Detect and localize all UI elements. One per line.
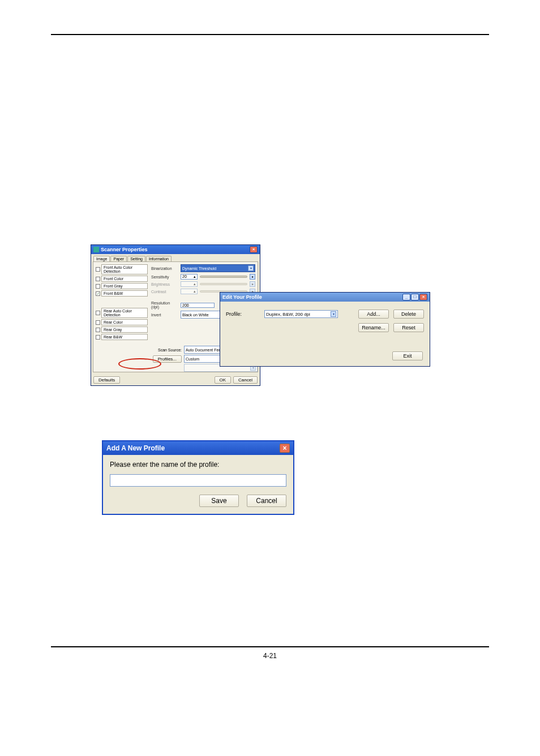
content: Scanner Properties × Image Paper Setting…: [51, 35, 489, 646]
sel-front-auto[interactable]: Front Auto Color Detection: [96, 264, 148, 274]
tab-setting[interactable]: Setting: [127, 256, 145, 261]
figure-scanner-and-edit: Scanner Properties × Image Paper Setting…: [91, 244, 430, 392]
slider-max-icon: ▸: [250, 281, 255, 287]
cancel-button[interactable]: Cancel: [247, 495, 286, 507]
brightness-label: Brightness: [151, 282, 178, 286]
scanner-title: Scanner Properties: [101, 247, 148, 252]
rename-button[interactable]: Rename...: [358, 323, 389, 332]
delete-button[interactable]: Delete: [393, 310, 424, 319]
brightness-spinner: ▴: [181, 281, 198, 287]
maximize-icon[interactable]: □: [411, 294, 419, 300]
profile-label: Profile:: [226, 311, 260, 317]
contrast-spinner: ▴: [181, 289, 198, 294]
minimize-icon[interactable]: _: [402, 294, 410, 300]
dialog-buttons: Defaults OK Cancel: [93, 376, 258, 384]
sensitivity-slider[interactable]: [200, 276, 247, 278]
add-profile-window: Add A New Profile × Please enter the nam…: [102, 440, 294, 515]
sel-rear-gray[interactable]: Rear Gray: [96, 327, 148, 333]
reset-button[interactable]: Reset: [393, 323, 424, 332]
tab-paper[interactable]: Paper: [110, 256, 127, 261]
sel-front-gray[interactable]: Front Gray: [96, 283, 148, 289]
close-icon[interactable]: ×: [250, 246, 258, 253]
add-body: Please enter the name of the profile: Sa…: [103, 455, 293, 514]
add-button[interactable]: Add...: [358, 310, 389, 319]
tab-information[interactable]: Information: [146, 256, 172, 261]
sel-rear-bw[interactable]: Rear B&W: [96, 334, 148, 340]
profile-name-input[interactable]: [110, 474, 286, 487]
binarization-label: Binarization: [151, 267, 178, 270]
save-button[interactable]: Save: [199, 495, 239, 507]
profile-dropdown[interactable]: Duplex, B&W, 200 dpi▾: [264, 310, 338, 318]
page-number: 4-21: [51, 652, 489, 660]
add-titlebar: Add A New Profile ×: [103, 441, 293, 455]
slider-max-icon[interactable]: ▸: [250, 274, 255, 280]
sel-rear-auto[interactable]: Rear Auto Color Detection: [96, 308, 148, 318]
app-icon: [93, 247, 99, 252]
close-icon[interactable]: ×: [419, 294, 427, 300]
edit-body: Profile: Duplex, B&W, 200 dpi▾ Add... De…: [220, 302, 430, 345]
add-title-text: Add A New Profile: [106, 444, 165, 452]
sensitivity-spinner[interactable]: 20▴: [181, 274, 198, 280]
resolution-input[interactable]: 200: [181, 303, 215, 308]
contrast-label: Contrast: [151, 290, 178, 294]
profiles-button[interactable]: Profiles...: [153, 355, 182, 363]
invert-label: Invert: [151, 313, 178, 317]
cancel-button[interactable]: Cancel: [233, 376, 258, 384]
edit-profile-window: Edit Your Profile _ □ × Profile: Duplex,…: [220, 292, 430, 367]
defaults-button[interactable]: Defaults: [93, 376, 120, 384]
scanner-titlebar: Scanner Properties ×: [91, 245, 260, 254]
tabs: Image Paper Setting Information: [91, 254, 260, 261]
sel-front-bw[interactable]: ✓Front B&W: [96, 290, 148, 297]
close-icon[interactable]: ×: [280, 444, 290, 453]
exit-button[interactable]: Exit: [392, 351, 423, 360]
add-prompt: Please enter the name of the profile:: [110, 461, 286, 469]
ok-button[interactable]: OK: [215, 376, 232, 384]
tab-image[interactable]: Image: [93, 256, 110, 261]
scan-source-label: Scan Source:: [158, 348, 182, 352]
chevron-down-icon: ▾: [248, 265, 254, 271]
edit-title: Edit Your Profile: [222, 294, 262, 300]
resolution-label: Resolution (dpi): [151, 301, 178, 309]
edit-titlebar: Edit Your Profile _ □ ×: [220, 293, 430, 302]
sel-rear-color[interactable]: Rear Color: [96, 319, 148, 325]
binarization-dropdown[interactable]: Dynamic Threshold▾: [181, 264, 255, 272]
brightness-slider: [200, 283, 247, 285]
sel-front-color[interactable]: Front Color: [96, 276, 148, 282]
sensitivity-label: Sensitivity: [151, 275, 178, 279]
chevron-down-icon: ▾: [331, 311, 336, 317]
rule-bottom: [51, 646, 489, 647]
